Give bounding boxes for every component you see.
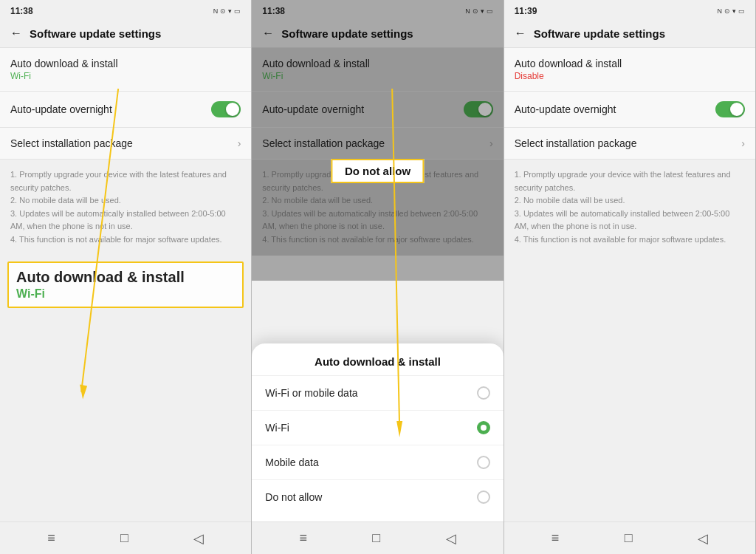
status-icons-3: N ⊙ ▾ ▭	[717, 7, 745, 15]
home-icon-2[interactable]: □	[372, 530, 380, 546]
status-icons-1: N ⊙ ▾ ▭	[213, 7, 241, 15]
dialog-option-wifi[interactable]: Wi-Fi	[252, 411, 503, 445]
network-icon-3: N	[717, 7, 722, 15]
radio-mobile[interactable]	[477, 456, 490, 469]
auto-update-row-3: Auto-update overnight	[515, 101, 745, 117]
select-package-chevron-1: ›	[238, 137, 241, 149]
auto-update-label-3: Auto-update overnight	[515, 103, 616, 115]
settings-content-1: Auto download & install Wi-Fi Auto-updat…	[0, 48, 251, 521]
radio-wifi[interactable]	[477, 421, 490, 434]
back-button-1[interactable]: ←	[10, 27, 22, 40]
dialog-option-wifi-mobile[interactable]: Wi-Fi or mobile data	[252, 376, 503, 411]
highlight-box-1: Auto download & install Wi-Fi	[7, 261, 244, 308]
page-header-3: ← Software update settings	[504, 21, 755, 48]
highlight-title-1: Auto download & install	[16, 269, 235, 286]
bottom-nav-1: ≡ □ ◁	[0, 521, 251, 554]
info-text-3: 1. Promptly upgrade your device with the…	[515, 168, 745, 247]
back-nav-icon-3[interactable]: ◁	[698, 530, 708, 547]
bottom-nav-3: ≡ □ ◁	[504, 521, 755, 554]
auto-update-setting-1[interactable]: Auto-update overnight	[0, 92, 251, 128]
wifi-icon: ▾	[228, 7, 232, 15]
dialog-option-wifi-label: Wi-Fi	[265, 422, 289, 434]
status-time-1: 11:38	[10, 6, 33, 16]
auto-download-label-3: Auto download & install	[515, 58, 745, 69]
page-header-1: ← Software update settings	[0, 21, 251, 48]
select-package-row-3: Select installation package ›	[515, 137, 745, 149]
settings-content-3: Auto download & install Disable Auto-upd…	[504, 48, 755, 521]
menu-icon-1[interactable]: ≡	[47, 530, 55, 546]
dialog-option-mobile-label: Mobile data	[265, 456, 318, 468]
battery-icon-3: ▭	[738, 7, 745, 15]
home-icon-1[interactable]: □	[120, 530, 128, 546]
select-package-setting-3[interactable]: Select installation package ›	[504, 128, 755, 160]
panel-3: 11:39 N ⊙ ▾ ▭ ← Software update settings…	[504, 0, 756, 554]
status-bar-3: 11:39 N ⊙ ▾ ▭	[504, 0, 755, 21]
status-bar-1: 11:38 N ⊙ ▾ ▭	[0, 0, 251, 21]
auto-update-row-1: Auto-update overnight	[10, 101, 241, 117]
battery-icon: ▭	[234, 7, 241, 15]
radio-wifi-mobile[interactable]	[477, 386, 490, 400]
menu-icon-2[interactable]: ≡	[299, 530, 307, 546]
toggle-knob-1	[226, 103, 239, 116]
auto-download-sublabel-1: Wi-Fi	[10, 71, 241, 81]
bottom-nav-2: ≡ □ ◁	[252, 521, 503, 554]
back-nav-icon-1[interactable]: ◁	[193, 530, 204, 547]
menu-icon-3[interactable]: ≡	[551, 530, 560, 546]
svg-marker-1	[80, 384, 87, 399]
select-package-row-1: Select installation package ›	[10, 137, 241, 149]
page-title-1: Software update settings	[30, 27, 161, 40]
do-not-allow-highlight: Do not allow	[331, 159, 424, 183]
dialog-option-wifi-mobile-label: Wi-Fi or mobile data	[265, 387, 357, 399]
auto-download-setting-3[interactable]: Auto download & install Disable	[504, 48, 755, 92]
highlight-sublabel-1: Wi-Fi	[16, 287, 235, 301]
dim-overlay-2	[252, 0, 503, 281]
auto-update-label-1: Auto-update overnight	[10, 103, 112, 115]
dialog-option-do-not-allow[interactable]: Do not allow	[252, 480, 503, 514]
auto-download-label-1: Auto download & install	[10, 58, 241, 69]
auto-update-toggle-3[interactable]	[715, 101, 745, 117]
back-nav-icon-2[interactable]: ◁	[446, 530, 456, 547]
info-text-1: 1. Promptly upgrade your device with the…	[10, 168, 241, 247]
toggle-knob-3	[730, 103, 743, 116]
dialog-title-2: Auto download & install	[252, 343, 503, 376]
status-time-3: 11:39	[515, 6, 537, 16]
auto-download-dialog: Auto download & install Wi-Fi or mobile …	[252, 343, 503, 521]
auto-download-sublabel-3: Disable	[515, 71, 745, 81]
auto-download-setting-1[interactable]: Auto download & install Wi-Fi	[0, 48, 251, 92]
page-title-3: Software update settings	[534, 27, 665, 40]
signal-icon: ⊙	[220, 7, 226, 15]
select-package-label-3: Select installation package	[515, 137, 637, 149]
home-icon-3[interactable]: □	[625, 530, 633, 546]
network-icon: N	[213, 7, 219, 15]
radio-do-not-allow[interactable]	[477, 490, 490, 504]
select-package-setting-1[interactable]: Select installation package ›	[0, 128, 251, 160]
auto-update-setting-3[interactable]: Auto-update overnight	[504, 92, 755, 128]
wifi-icon-3: ▾	[732, 7, 736, 15]
back-button-3[interactable]: ←	[515, 27, 526, 40]
info-section-1: 1. Promptly upgrade your device with the…	[0, 160, 251, 256]
dialog-option-do-not-allow-label: Do not allow	[265, 491, 322, 503]
panel-2: 11:38 N ⊙ ▾ ▭ ← Software update settings…	[252, 0, 504, 554]
panel-1: 11:38 N ⊙ ▾ ▭ ← Software update settings…	[0, 0, 252, 554]
info-section-3: 1. Promptly upgrade your device with the…	[504, 160, 755, 256]
select-package-chevron-3: ›	[741, 137, 745, 149]
auto-update-toggle-1[interactable]	[211, 101, 241, 117]
select-package-label-1: Select installation package	[10, 137, 133, 149]
signal-icon-3: ⊙	[724, 7, 730, 15]
dialog-option-mobile[interactable]: Mobile data	[252, 445, 503, 480]
